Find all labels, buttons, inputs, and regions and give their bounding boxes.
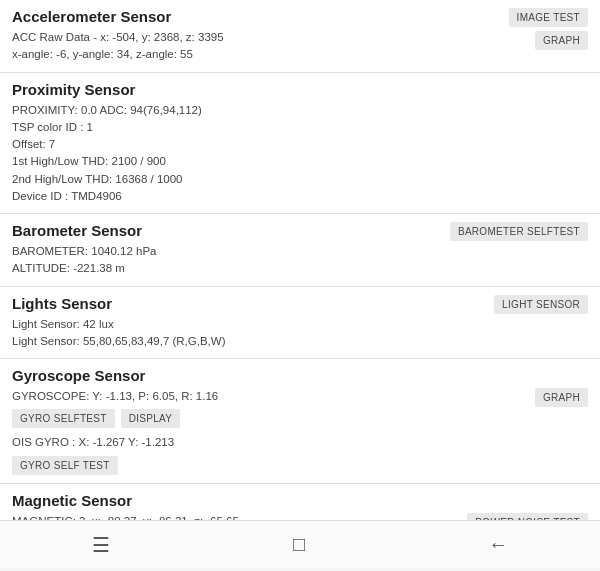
barometer-data-1: BAROMETER: 1040.12 hPa [12,243,442,260]
gyro-display-button[interactable]: DISPLAY [121,409,181,428]
proximity-data-4: 1st High/Low THD: 2100 / 900 [12,153,588,170]
gyroscope-title: Gyroscope Sensor [12,367,588,384]
gyroscope-graph-button[interactable]: GRAPH [535,388,588,407]
accelerometer-title: Accelerometer Sensor [12,8,501,25]
proximity-data-6: Device ID : TMD4906 [12,188,588,205]
accelerometer-data-1: ACC Raw Data - x: -504, y: 2368, z: 3395 [12,29,501,46]
proximity-data-3: Offset: 7 [12,136,588,153]
home-nav-icon[interactable]: □ [285,525,313,564]
image-test-button[interactable]: IMAGE TEST [509,8,588,27]
barometer-title: Barometer Sensor [12,222,442,239]
light-sensor-button[interactable]: LIGHT SENSOR [494,295,588,314]
proximity-data-2: TSP color ID : 1 [12,119,588,136]
lights-data-2: Light Sensor: 55,80,65,83,49,7 (R,G,B,W) [12,333,486,350]
back-nav-icon[interactable]: ← [480,525,516,564]
gyroscope-section: Gyroscope Sensor GYROSCOPE: Y: -1.13, P:… [0,359,600,484]
ois-gyro-data: OIS GYRO : X: -1.267 Y: -1.213 [12,434,588,451]
gyroscope-data-1: GYROSCOPE: Y: -1.13, P: 6.05, R: 1.16 [12,388,527,405]
proximity-section: Proximity Sensor PROXIMITY: 0.0 ADC: 94(… [0,73,600,215]
magnetic-title: Magnetic Sensor [12,492,588,509]
accelerometer-data-2: x-angle: -6, y-angle: 34, z-angle: 55 [12,46,501,63]
proximity-data-5: 2nd High/Low THD: 16368 / 1000 [12,171,588,188]
navigation-bar: ☰ □ ← [0,520,600,568]
barometer-data-2: ALTITUDE: -221.38 m [12,260,442,277]
barometer-section: Barometer Sensor BAROMETER: 1040.12 hPa … [0,214,600,287]
power-noise-test-button[interactable]: POWER NOISE TEST [467,513,588,521]
lights-section: Lights Sensor Light Sensor: 42 lux Light… [0,287,600,360]
barometer-selftest-button[interactable]: BAROMETER SELFTEST [450,222,588,241]
menu-nav-icon[interactable]: ☰ [84,525,118,565]
gyro-self-test-button[interactable]: GYRO SELF TEST [12,456,118,475]
proximity-title: Proximity Sensor [12,81,588,98]
lights-title: Lights Sensor [12,295,486,312]
lights-data-1: Light Sensor: 42 lux [12,316,486,333]
magnetic-section: Magnetic Sensor MAGNETIC: 2, x: -80.27, … [0,484,600,521]
proximity-data-1: PROXIMITY: 0.0 ADC: 94(76,94,112) [12,102,588,119]
accelerometer-section: Accelerometer Sensor ACC Raw Data - x: -… [0,0,600,73]
main-scroll-area[interactable]: Accelerometer Sensor ACC Raw Data - x: -… [0,0,600,520]
magnetic-data-1: MAGNETIC: 2, x: -80.27, y: -86.21, z: -6… [12,513,459,521]
gyro-selftest-button[interactable]: GYRO SELFTEST [12,409,115,428]
accelerometer-graph-button[interactable]: GRAPH [535,31,588,50]
